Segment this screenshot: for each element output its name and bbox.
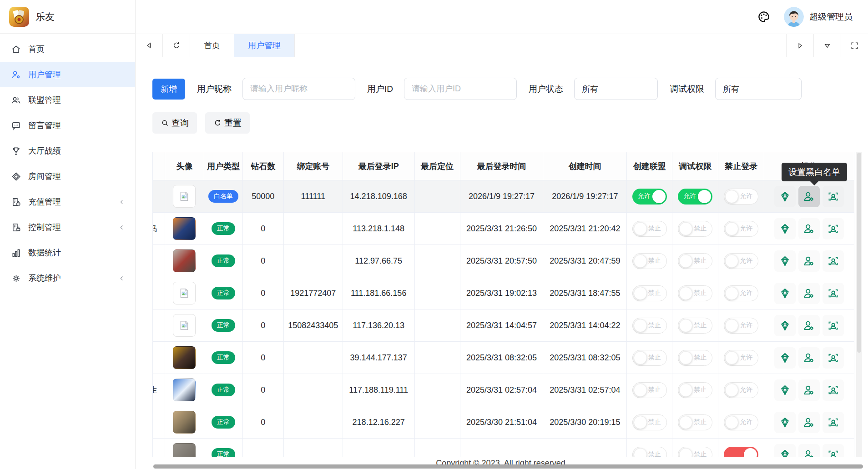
debug-permission-toggle[interactable]: 禁止 xyxy=(678,221,712,237)
create-union-toggle[interactable]: 禁止 xyxy=(632,318,667,334)
created-time-cell: 2025/3/31 18:47:55 xyxy=(543,277,627,309)
set-blackwhite-list-button[interactable] xyxy=(798,315,820,336)
debug-permission-toggle[interactable]: 禁止 xyxy=(678,318,712,334)
set-diamonds-button[interactable] xyxy=(774,315,796,336)
search-button[interactable]: 查询 xyxy=(152,112,197,134)
ban-login-toggle[interactable]: 允许 xyxy=(724,253,758,269)
sidebar-item-home[interactable]: 首页 xyxy=(0,36,135,62)
debug-permission-toggle[interactable]: 禁止 xyxy=(678,414,712,430)
tab-forward-button[interactable] xyxy=(786,34,813,57)
set-avatar-button[interactable] xyxy=(823,412,844,433)
user-frame-icon xyxy=(827,416,839,429)
sidebar-item-union-management[interactable]: 联盟管理 xyxy=(0,87,135,113)
user-type-cell: 正常 xyxy=(204,213,243,244)
debug-permission-toggle[interactable]: 禁止 xyxy=(678,350,712,366)
debug-permission-toggle[interactable]: 允许 xyxy=(678,189,712,205)
set-avatar-button[interactable] xyxy=(823,283,844,304)
ban-login-toggle[interactable]: 允许 xyxy=(724,382,758,398)
sidebar-item-message-management[interactable]: 留言管理 xyxy=(0,113,135,138)
create-union-toggle[interactable]: 禁止 xyxy=(632,350,667,366)
user-menu[interactable]: 超级管理员 xyxy=(784,7,853,27)
toggle-knob xyxy=(725,287,738,300)
actions-cell xyxy=(764,406,854,438)
set-blackwhite-list-button[interactable] xyxy=(798,379,820,401)
ban-login-toggle[interactable]: 允许 xyxy=(724,318,758,334)
set-diamonds-button[interactable] xyxy=(774,412,796,433)
set-avatar-button[interactable] xyxy=(823,218,844,239)
ban-login-toggle[interactable]: 允许 xyxy=(724,221,758,237)
sidebar-item-user-management[interactable]: 用户管理 xyxy=(0,62,135,87)
toggle-label: 允许 xyxy=(740,386,752,394)
set-diamonds-button[interactable] xyxy=(774,186,796,207)
set-blackwhite-list-button[interactable] xyxy=(798,250,820,272)
reset-button[interactable]: 重置 xyxy=(205,112,250,134)
status-select[interactable]: 所有 xyxy=(574,78,658,100)
set-blackwhite-list-button[interactable] xyxy=(798,283,820,304)
chevron-left-icon xyxy=(118,199,125,205)
horizontal-scrollbar-thumb[interactable] xyxy=(153,464,863,469)
set-diamonds-button[interactable] xyxy=(774,218,796,239)
diamond-count-cell: 0 xyxy=(243,213,284,244)
user-type-badge: 正常 xyxy=(212,254,235,267)
ban-login-toggle[interactable]: 允许 xyxy=(724,285,758,301)
caret-down-icon xyxy=(823,41,832,50)
ban-login-toggle[interactable]: 允许 xyxy=(724,414,758,430)
ban-login-toggle[interactable]: 允许 xyxy=(724,350,758,366)
set-avatar-button[interactable] xyxy=(823,347,844,369)
toggle-label: 禁止 xyxy=(694,257,707,265)
set-blackwhite-list-button[interactable] xyxy=(798,347,820,369)
set-diamonds-button[interactable] xyxy=(774,379,796,401)
debug-permission-toggle[interactable]: 禁止 xyxy=(678,285,712,301)
sidebar-item-recharge-management[interactable]: 充值管理 xyxy=(0,189,135,215)
sidebar-item-system-maintenance[interactable]: 系统维护 xyxy=(0,265,135,291)
add-user-button[interactable]: 新增 xyxy=(152,79,185,100)
toggle-label: 允许 xyxy=(638,192,651,200)
nickname-input[interactable] xyxy=(242,78,355,100)
sidebar-item-data-statistics[interactable]: 数据统计 xyxy=(0,240,135,265)
sidebar-item-room-management[interactable]: 房间管理 xyxy=(0,164,135,189)
toggle-knob xyxy=(634,319,647,332)
sidebar-item-control-management[interactable]: 控制管理 xyxy=(0,215,135,240)
set-diamonds-button[interactable] xyxy=(774,283,796,304)
user-gear-icon xyxy=(803,223,815,235)
vertical-scrollbar[interactable] xyxy=(856,152,862,459)
theme-palette-button[interactable] xyxy=(756,9,772,25)
create-union-toggle[interactable]: 禁止 xyxy=(632,221,667,237)
gem-icon xyxy=(779,384,791,396)
set-avatar-button[interactable] xyxy=(823,250,844,272)
action-button-row: 查询 重置 xyxy=(152,112,868,134)
create-union-toggle[interactable]: 禁止 xyxy=(632,253,667,269)
fullscreen-button[interactable] xyxy=(841,34,868,57)
set-diamonds-button[interactable] xyxy=(774,250,796,272)
sidebar-item-hall-records[interactable]: 大厅战绩 xyxy=(0,138,135,164)
tab-user-management[interactable]: 用户管理 xyxy=(234,34,295,57)
debug-permission-toggle[interactable]: 禁止 xyxy=(678,382,712,398)
table-body: 白名单 50000 111111 14.218.109.168 2026/1/9… xyxy=(153,180,854,459)
user-gear-icon xyxy=(803,319,815,332)
create-union-toggle[interactable]: 禁止 xyxy=(632,285,667,301)
tooltip-set-blackwhite-list: 设置黑白名单 xyxy=(782,163,847,181)
set-blackwhite-list-button[interactable] xyxy=(798,186,820,207)
set-avatar-button[interactable] xyxy=(823,186,844,207)
ban-login-cell: 允许 xyxy=(718,180,764,212)
create-union-toggle[interactable]: 禁止 xyxy=(632,382,667,398)
nickname-fragment-cell xyxy=(153,309,165,341)
vertical-scrollbar-thumb[interactable] xyxy=(857,153,861,353)
set-avatar-button[interactable] xyxy=(823,315,844,336)
tab-refresh-button[interactable] xyxy=(163,34,190,57)
set-avatar-button[interactable] xyxy=(823,379,844,401)
create-union-toggle[interactable]: 禁止 xyxy=(632,414,667,430)
ban-login-toggle[interactable]: 允许 xyxy=(724,189,758,205)
set-diamonds-button[interactable] xyxy=(774,347,796,369)
debug-permission-select[interactable]: 所有 xyxy=(715,78,802,100)
tab-menu-button[interactable] xyxy=(813,34,841,57)
set-blackwhite-list-button[interactable] xyxy=(798,412,820,433)
create-union-toggle[interactable]: 允许 xyxy=(632,189,667,205)
debug-permission-toggle[interactable]: 禁止 xyxy=(678,253,712,269)
userid-input[interactable] xyxy=(404,78,517,100)
sidebar-item-label: 联盟管理 xyxy=(28,95,125,105)
tab-home[interactable]: 首页 xyxy=(190,34,234,57)
set-blackwhite-list-button[interactable] xyxy=(798,218,820,239)
tab-back-button[interactable] xyxy=(136,34,163,57)
last-login-time-cell: 2025/3/31 14:04:57 xyxy=(460,309,544,341)
